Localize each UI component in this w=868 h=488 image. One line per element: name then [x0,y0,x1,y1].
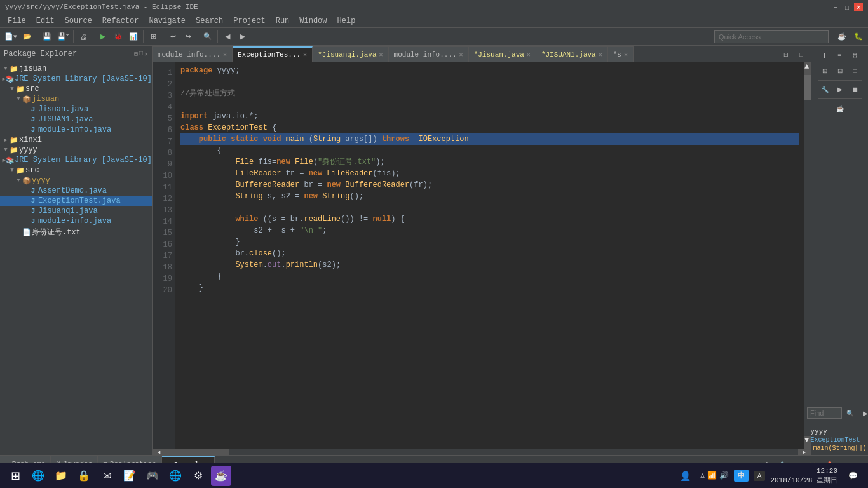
taskbar-explorer-btn[interactable]: 📁 [51,466,71,486]
rp-btn-3[interactable]: ⚙ [848,48,862,62]
find-next-button[interactable]: ▶ [858,406,868,420]
pe-close-btn[interactable]: ✕ [144,50,148,58]
redo-button[interactable]: ↪ [181,30,195,44]
tree-item-jisuan[interactable]: ▼ 📁 jisuan [0,64,152,74]
maximize-button[interactable]: □ [843,3,851,11]
rp-layout-btn-1[interactable]: ⊞ [818,64,832,78]
editor-max-button[interactable]: □ [794,48,808,62]
print-button[interactable]: 🖨 [76,30,90,44]
taskbar-start-btn[interactable]: ⊞ [5,466,25,486]
tree-item-jisuanqi[interactable]: J Jisuanqi.java [0,206,152,216]
tab-close-jisuanqi[interactable]: ✕ [379,51,383,58]
taskbar-notification-btn[interactable]: 💬 [843,466,863,486]
menu-refactor[interactable]: Refactor [97,15,144,27]
menu-file[interactable]: File [3,15,31,27]
taskbar-edge-btn[interactable]: 🌐 [165,466,186,486]
rp-btn-1[interactable]: T [818,48,832,62]
menu-project[interactable]: Project [228,15,270,27]
menu-run[interactable]: Run [271,15,295,27]
new-button[interactable]: 📄▾ [3,30,19,44]
open-perspective-button[interactable]: ⊞ [146,30,160,44]
tree-item-pkg-jisuan[interactable]: ▼ 📦 jisuan [0,94,152,104]
menu-source[interactable]: Source [60,15,97,27]
taskbar-volume-icon[interactable]: 🔊 [719,471,729,480]
tab-close-module-info-1[interactable]: ✕ [223,51,227,58]
taskbar-note-btn[interactable]: 📝 [119,466,140,486]
tree-item-module-yyyy[interactable]: J module-info.java [0,216,152,226]
taskbar-network-icon[interactable]: 📶 [707,471,717,480]
tree-item-shenfenzheng[interactable]: 📄 身份证号.txt [0,226,152,238]
tree-item-yyyy[interactable]: ▼ 📁 yyyy [0,145,152,155]
taskbar-user-btn[interactable]: 👤 [675,466,695,486]
menu-navigate[interactable]: Navigate [144,15,191,27]
coverage-button[interactable]: 📊 [126,30,140,44]
debug-perspective-button[interactable]: 🐛 [851,30,865,44]
tab-jisuanqi[interactable]: *Jisuanqi.java ✕ [313,46,388,62]
debug-button[interactable]: 🐞 [111,30,125,44]
save-all-button[interactable]: 💾* [55,30,71,44]
find-input[interactable] [807,407,842,419]
search-file-button[interactable]: 🔍 [201,30,215,44]
menu-search[interactable]: Search [191,15,228,27]
minimize-button[interactable]: − [831,3,840,11]
tree-item-jre-yyyy[interactable]: ▶ 📚 JRE System Library [JavaSE-10] [0,155,152,165]
tab-overflow[interactable]: *s ✕ [608,46,634,62]
tab-jisuan[interactable]: *Jisuan.java ✕ [469,46,536,62]
prev-button[interactable]: ◀ [220,30,234,44]
tree-item-jre-jisuan[interactable]: ▶ 📚 JRE System Library [JavaSE-10] [0,74,152,84]
tab-close-jisuan1[interactable]: ✕ [599,51,602,58]
tab-close-module-info-2[interactable]: ✕ [459,51,463,58]
java-perspective-button[interactable]: ☕ [835,30,849,44]
save-button[interactable]: 💾 [40,30,54,44]
code-content[interactable]: package yyyy; //异常处理方式 import java.io.*;… [175,62,804,449]
tab-close-jisuan[interactable]: ✕ [527,51,531,58]
taskbar-ime-toggle[interactable]: A [754,471,766,481]
pe-minimize-btn[interactable]: ⊟ [134,50,138,58]
taskbar-game-btn[interactable]: 🎮 [142,466,163,486]
tree-item-module-jisuan[interactable]: J module-info.java [0,125,152,135]
next-button[interactable]: ▶ [236,30,250,44]
tab-close-exceptiontest[interactable]: ✕ [303,51,307,58]
rp-tool-btn-3[interactable]: ⏹ [848,82,862,96]
undo-button[interactable]: ↩ [166,30,180,44]
tab-module-info-1[interactable]: module-info.... ✕ [153,46,233,62]
open-button[interactable]: 📂 [20,30,34,44]
menu-help[interactable]: Help [332,15,361,27]
menu-edit[interactable]: Edit [31,15,60,27]
rp-extra-btn[interactable]: ☕ [833,102,847,116]
run-button[interactable]: ▶ [96,30,110,44]
rp-btn-2[interactable]: ≡ [833,48,847,62]
tree-item-src-yyyy[interactable]: ▼ 📁 src [0,165,152,175]
tree-item-exceptiontest[interactable]: J ExceptionTest.java [0,196,152,206]
taskbar-eclipse-btn[interactable]: ☕ [211,466,231,486]
tree-item-xinxi[interactable]: ▶ 📁 xinxi [0,135,152,145]
taskbar-browser-btn[interactable]: 🌐 [28,466,48,486]
pe-maximize-btn[interactable]: □ [139,50,143,58]
close-button[interactable]: ✕ [854,3,863,11]
menu-window[interactable]: Window [294,15,332,27]
outline-main[interactable]: main(String[]) [810,444,869,452]
rp-tool-btn-2[interactable]: ▶ [833,82,847,96]
tree-item-jisuan1-java[interactable]: J JISUAN1.java [0,114,152,125]
rp-tool-btn-1[interactable]: 🔧 [818,82,832,96]
tree-item-pkg-yyyy[interactable]: ▼ 📦 yyyy [0,175,152,186]
scrollbar-thumb[interactable] [804,75,811,100]
rp-layout-btn-3[interactable]: □ [848,64,862,78]
tree-item-src-jisuan[interactable]: ▼ 📁 src [0,84,152,94]
taskbar-security-btn[interactable]: 🔒 [74,466,94,486]
scrollbar-up-btn[interactable]: ▲ [804,62,811,75]
hscroll-left-btn[interactable]: ◀ [153,449,165,455]
find-button[interactable]: 🔍 [843,406,857,420]
tab-close-overflow[interactable]: ✕ [624,51,628,58]
editor-min-button[interactable]: ⊟ [779,48,793,62]
taskbar-ime-btn[interactable]: 中 [734,470,749,482]
hscroll-thumb[interactable] [165,449,229,455]
tree-item-jisuan-java[interactable]: J Jisuan.java [0,104,152,114]
taskbar-settings-btn[interactable]: ⚙ [188,466,208,486]
tab-jisuan1[interactable]: *JISUAN1.java ✕ [536,46,608,62]
tab-module-info-2[interactable]: module-info.... ✕ [389,46,469,62]
quick-access-input[interactable] [714,30,829,43]
tab-exceptiontest[interactable]: ExceptionTes... ✕ [233,46,313,62]
outline-exceptiontest[interactable]: ExceptionTest [810,436,869,444]
rp-layout-btn-2[interactable]: ⊟ [833,64,847,78]
